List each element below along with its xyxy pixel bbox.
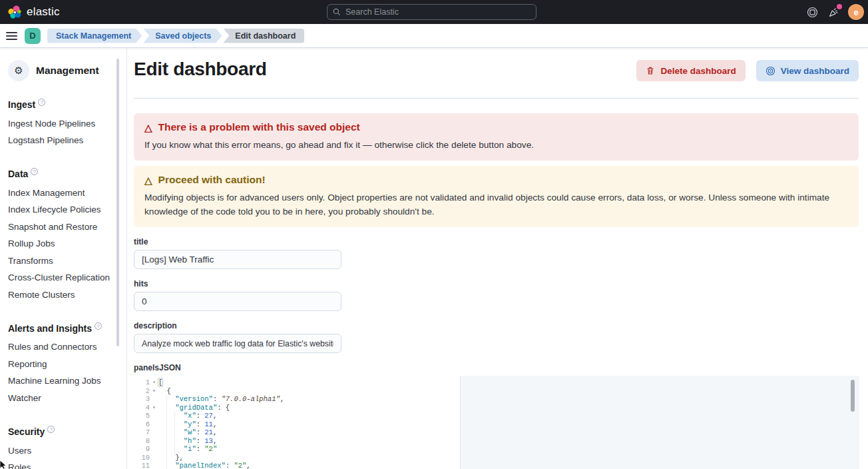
code-line[interactable]: 2▾{ [134,387,859,396]
gear-icon: ⚙ [8,60,29,81]
warning-callout-title: Proceed with caution! [158,174,266,186]
hits-field-label: hits [134,279,859,288]
app-header: elastic e [0,0,868,24]
mouse-cursor [0,460,9,469]
sidebar-item-watcher[interactable]: Watcher [8,391,126,406]
sidebar-item-reporting[interactable]: Reporting [8,357,126,372]
fold-arrow-icon[interactable]: ▾ [150,387,158,396]
code-line[interactable]: 11"panelIndex": "2", [134,462,859,469]
sidebar-item-roles[interactable]: Roles [8,460,126,469]
code-line[interactable]: 8"h": 13, [134,437,859,446]
warning-triangle-icon: △︎ [144,175,152,185]
code-line[interactable]: 7"w": 21, [134,428,859,437]
inspect-icon [765,66,775,76]
sidebar-item-rules-and-connectors[interactable]: Rules and Connectors [8,340,126,354]
hits-input[interactable] [134,292,341,311]
view-dashboard-button[interactable]: View dashboard [756,60,859,81]
sidebar-section-title: Alerts and Insights? [8,322,126,334]
warning-callout: △︎ Proceed with caution! Modifying objec… [134,166,859,227]
code-line[interactable]: 3"version": "7.0.0-alpha1", [134,395,859,404]
panels-json-editor[interactable]: 1▾[2▾{3"version": "7.0.0-alpha1",4▾"grid… [134,376,859,469]
view-dashboard-label: View dashboard [781,66,849,76]
code-line[interactable]: 6"y": 11, [134,420,859,429]
question-in-circle-icon: ? [38,99,45,106]
sidebar-item-remote-clusters[interactable]: Remote Clusters [8,288,126,302]
error-callout: △︎ There is a problem with this saved ob… [134,113,859,161]
sidebar-scrollbar[interactable] [116,59,119,346]
title-field-label: title [134,237,859,246]
editor-scrollbar[interactable] [851,380,855,412]
global-search[interactable] [327,4,537,20]
breadcrumb-current-page: Edit dashboard [223,29,304,43]
sidebar-item-index-lifecycle-policies[interactable]: Index Lifecycle Policies [8,203,126,217]
page-title: Edit dashboard [134,59,267,80]
code-line[interactable]: 5"x": 27, [134,412,859,420]
code-line[interactable]: 4▾"gridData": { [134,404,859,412]
code-line[interactable]: 10}, [134,454,859,462]
hamburger-icon [6,32,17,33]
sidebar-title: Management [36,65,99,77]
breadcrumb: Stack Management Saved objects Edit dash… [47,29,306,43]
question-in-circle-icon: ? [47,426,55,433]
delete-dashboard-button[interactable]: Delete dashboard [636,60,745,81]
newsfeed-button[interactable] [827,5,840,19]
alert-triangle-icon: △︎ [144,123,152,133]
sidebar-item-machine-learning-jobs[interactable]: Machine Learning Jobs [8,374,126,388]
sidebar-section-title: Security? [8,426,126,437]
code-line[interactable]: 1▾[ [134,378,859,387]
logo-text: elastic [27,5,60,19]
cloud-deployment-icon [807,7,818,18]
fold-arrow-icon[interactable]: ▾ [150,404,158,412]
code-lines[interactable]: 1▾[2▾{3"version": "7.0.0-alpha1",4▾"grid… [134,376,859,469]
elastic-logo-icon [8,5,21,19]
sidebar-section-title: Ingest? [8,99,126,110]
trash-icon [646,66,655,75]
code-line[interactable]: 9"i": "2" [134,445,859,454]
search-icon [333,8,341,16]
breadcrumb-bar: D Stack Management Saved objects Edit da… [0,24,868,48]
delete-dashboard-label: Delete dashboard [660,66,736,76]
breadcrumb-stack-management[interactable]: Stack Management [47,29,142,43]
sidebar-item-cross-cluster-replication[interactable]: Cross-Cluster Replication [8,270,126,285]
error-callout-body: If you know what this error means, go ah… [144,138,848,152]
description-input[interactable] [134,334,341,353]
global-search-input[interactable] [345,7,531,17]
sidebar-item-snapshot-and-restore[interactable]: Snapshot and Restore [8,220,126,234]
description-field-label: description [134,321,859,330]
elastic-logo[interactable]: elastic [0,5,68,19]
title-input[interactable] [134,250,341,269]
divider [134,98,859,99]
menu-button[interactable] [0,24,23,48]
sidebar-item-index-management[interactable]: Index Management [8,186,126,201]
sidebar: ⚙ Management Ingest?Ingest Node Pipeline… [0,48,127,469]
breadcrumb-saved-objects[interactable]: Saved objects [143,29,222,43]
panelsjson-field-label: panelsJSON [134,363,859,372]
cloud-deployment-button[interactable] [805,5,819,19]
sidebar-item-logstash-pipelines[interactable]: Logstash Pipelines [8,133,126,148]
notification-dot [837,4,842,9]
question-in-circle-icon: ? [95,322,102,330]
sidebar-item-ingest-node-pipelines[interactable]: Ingest Node Pipelines [8,117,126,131]
sidebar-item-users[interactable]: Users [8,444,126,458]
sidebar-nav: Ingest?Ingest Node PipelinesLogstash Pip… [8,99,126,469]
space-avatar[interactable]: D [25,28,41,44]
error-callout-title: There is a problem with this saved objec… [158,121,360,133]
user-avatar[interactable]: e [848,4,864,20]
warning-callout-body: Modifying objects is for advanced users … [144,191,848,219]
sidebar-item-transforms[interactable]: Transforms [8,254,126,268]
header-actions: e [805,0,864,24]
sidebar-item-rollup-jobs[interactable]: Rollup Jobs [8,236,126,251]
question-in-circle-icon: ? [31,168,38,175]
main-content: Edit dashboard Delete dashboard View das… [127,48,868,469]
sidebar-section-title: Data? [8,168,126,179]
